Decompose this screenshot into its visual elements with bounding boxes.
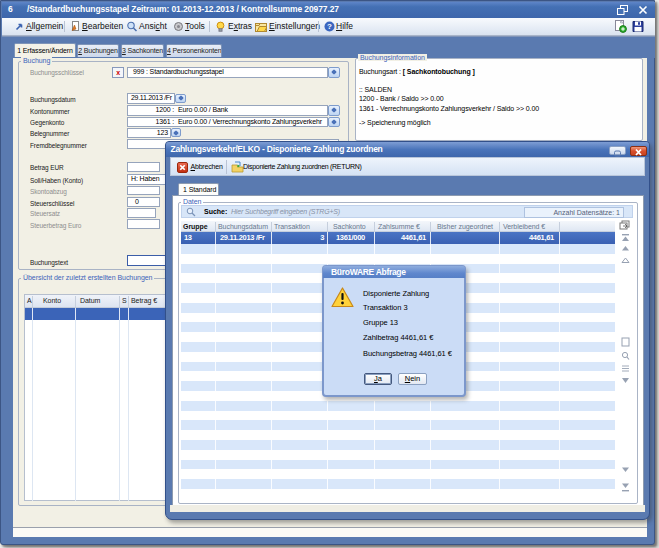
svg-text:?: ? — [327, 22, 332, 31]
